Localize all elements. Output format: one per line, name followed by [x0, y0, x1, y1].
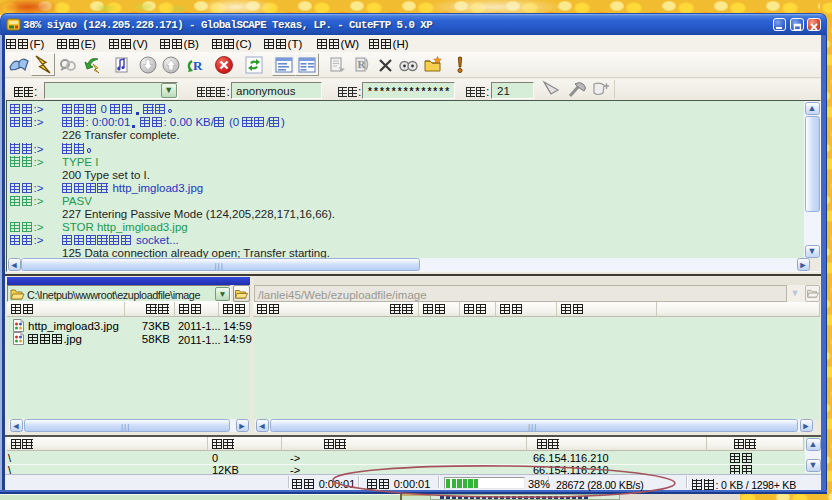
svg-text:R: R [358, 58, 367, 70]
svg-text:R: R [193, 58, 203, 73]
